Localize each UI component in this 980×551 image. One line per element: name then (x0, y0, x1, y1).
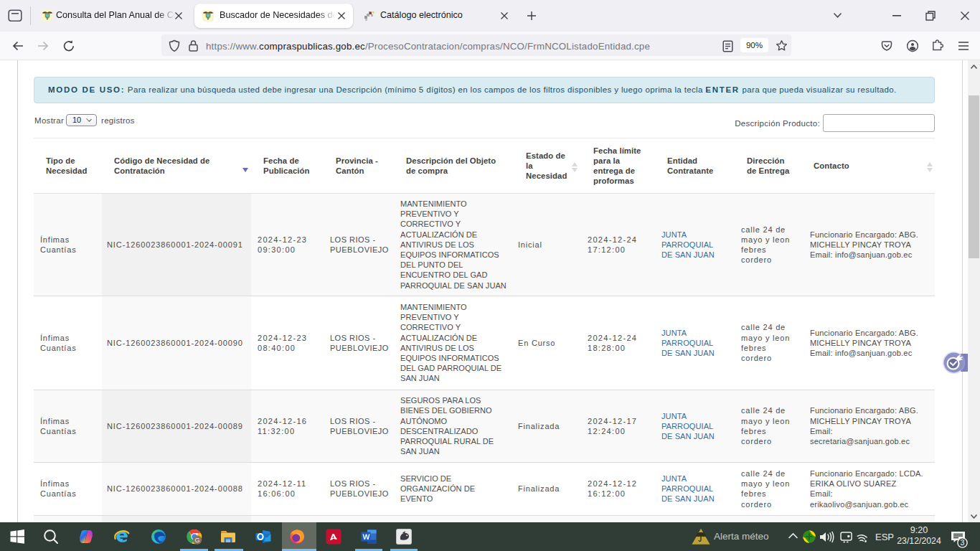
svg-text:3: 3 (961, 538, 965, 547)
svg-text:G: G (194, 537, 199, 544)
